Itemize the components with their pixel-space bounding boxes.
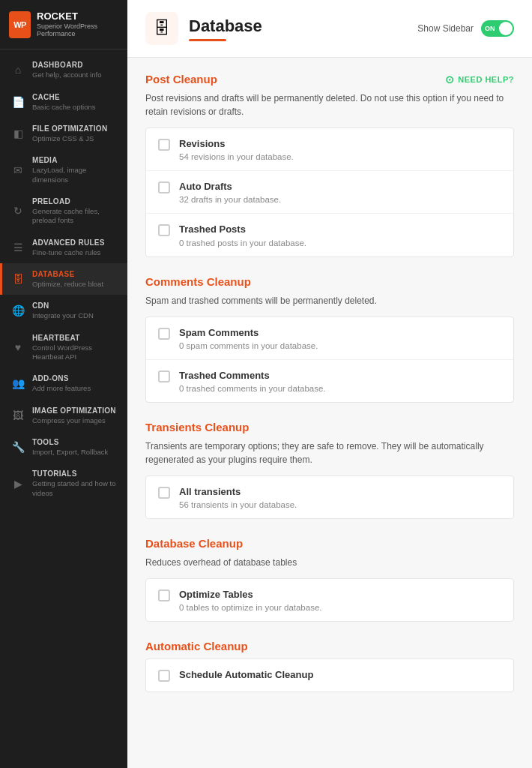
- content-area: Post Cleanup ⊙ NEED HELP? Post revisions…: [127, 58, 532, 725]
- page-title-icon: 🗄: [145, 12, 178, 45]
- option-count: 0 trashed posts in your database.: [179, 238, 306, 248]
- section-database-cleanup: Database Cleanup Reduces overhead of dat…: [145, 537, 514, 622]
- nav-sub-heartbeat: Control WordPress Heartbeat API: [32, 344, 118, 362]
- options-card-automatic-cleanup: Schedule Automatic Cleanup: [145, 658, 514, 692]
- section-header-transients-cleanup: Transients Cleanup: [145, 421, 514, 434]
- sidebar-toggle[interactable]: ON: [481, 20, 514, 37]
- nav-icon-cdn: 🌐: [11, 304, 25, 317]
- section-title-transients-cleanup: Transients Cleanup: [145, 421, 249, 434]
- nav-icon-cache: 📄: [11, 95, 25, 109]
- option-row: Optimize Tables 0 tables to optimize in …: [146, 579, 513, 621]
- sidebar-item-advanced-rules[interactable]: ☰ ADVANCED RULES Fine-tune cache rules: [0, 232, 127, 263]
- sidebar-nav: ⌂ DASHBOARD Get help, account info 📄 CAC…: [0, 50, 127, 768]
- option-label: Optimize Tables: [179, 588, 322, 602]
- nav-sub-file-optimization: Optimize CSS & JS: [32, 134, 118, 143]
- option-checkbox[interactable]: [158, 487, 170, 499]
- nav-title-file-optimization: FILE OPTIMIZATION: [32, 124, 118, 134]
- option-checkbox[interactable]: [158, 590, 170, 602]
- option-checkbox[interactable]: [158, 224, 170, 236]
- section-title-post-cleanup: Post Cleanup: [145, 73, 217, 86]
- options-card-comments-cleanup: Spam Comments 0 spam comments in your da…: [145, 316, 514, 403]
- sidebar-item-heartbeat[interactable]: ♥ HEARTBEAT Control WordPress Heartbeat …: [0, 327, 127, 368]
- nav-title-database: DATABASE: [32, 269, 118, 279]
- sidebar-item-tutorials[interactable]: ▶ TUTORIALS Getting started and how to v…: [0, 463, 127, 504]
- option-count: 54 revisions in your database.: [179, 152, 294, 161]
- section-title-comments-cleanup: Comments Cleanup: [145, 275, 251, 288]
- nav-sub-database: Optimize, reduce bloat: [32, 280, 118, 289]
- page-title-underline: [189, 39, 226, 41]
- sidebar-item-media[interactable]: ✉ MEDIA LazyLoad, image dimensions: [0, 149, 127, 190]
- nav-icon-image-optimization: 🖼: [11, 409, 25, 422]
- nav-sub-tools: Import, Export, Rollback: [32, 448, 118, 457]
- option-checkbox[interactable]: [158, 182, 170, 194]
- show-sidebar-label: Show Sidebar: [417, 23, 474, 34]
- nav-title-advanced-rules: ADVANCED RULES: [32, 238, 118, 248]
- option-row: Spam Comments 0 spam comments in your da…: [146, 317, 513, 360]
- help-label: NEED HELP?: [458, 75, 514, 84]
- logo-icon: WP: [9, 11, 31, 38]
- sidebar-item-image-optimization[interactable]: 🖼 IMAGE OPTIMIZATION Compress your image…: [0, 400, 127, 431]
- sidebar-item-cdn[interactable]: 🌐 CDN Integrate your CDN: [0, 295, 127, 326]
- options-card-post-cleanup: Revisions 54 revisions in your database.…: [145, 128, 514, 257]
- section-post-cleanup: Post Cleanup ⊙ NEED HELP? Post revisions…: [145, 73, 514, 257]
- need-help-button[interactable]: ⊙ NEED HELP?: [445, 74, 514, 86]
- nav-sub-image-optimization: Compress your images: [32, 416, 118, 425]
- section-desc-database-cleanup: Reduces overhead of database tables: [145, 556, 514, 569]
- section-automatic-cleanup: Automatic Cleanup Schedule Automatic Cle…: [145, 640, 514, 692]
- logo-area: WP ROCKET Superior WordPress Performance: [0, 0, 127, 50]
- section-header-automatic-cleanup: Automatic Cleanup: [145, 640, 514, 652]
- sidebar-item-file-optimization[interactable]: ◧ FILE OPTIMIZATION Optimize CSS & JS: [0, 118, 127, 149]
- option-label: Revisions: [179, 137, 294, 151]
- nav-icon-database: 🗄: [11, 272, 25, 286]
- nav-icon-add-ons: 👥: [11, 376, 25, 390]
- options-card-transients-cleanup: All transients 56 transients in your dat…: [145, 476, 514, 519]
- nav-icon-tools: 🔧: [11, 440, 25, 454]
- nav-icon-tutorials: ▶: [11, 477, 25, 490]
- option-row: All transients 56 transients in your dat…: [146, 476, 513, 518]
- nav-sub-tutorials: Getting started and how to videos: [32, 479, 118, 498]
- section-desc-post-cleanup: Post revisions and drafts will be perman…: [145, 92, 514, 118]
- logo-title: ROCKET: [37, 10, 118, 22]
- main-content: 🗄 Database Show Sidebar ON Post Cleanup …: [127, 0, 532, 768]
- sidebar: WP ROCKET Superior WordPress Performance…: [0, 0, 127, 768]
- sidebar-item-dashboard[interactable]: ⌂ DASHBOARD Get help, account info: [0, 54, 127, 86]
- option-checkbox[interactable]: [158, 328, 170, 340]
- nav-icon-media: ✉: [11, 164, 25, 177]
- nav-title-image-optimization: IMAGE OPTIMIZATION: [32, 406, 118, 416]
- option-checkbox[interactable]: [158, 670, 170, 682]
- option-checkbox[interactable]: [158, 370, 170, 382]
- nav-icon-advanced-rules: ☰: [11, 241, 25, 254]
- section-header-comments-cleanup: Comments Cleanup: [145, 275, 514, 288]
- section-desc-comments-cleanup: Spam and trashed comments will be perman…: [145, 294, 514, 308]
- nav-title-add-ons: ADD-ONS: [32, 374, 118, 383]
- option-label: All transients: [179, 485, 297, 499]
- nav-sub-dashboard: Get help, account info: [32, 70, 118, 80]
- page-title: Database: [189, 16, 262, 36]
- nav-title-media: MEDIA: [32, 155, 118, 165]
- option-row: Revisions 54 revisions in your database.: [146, 128, 513, 171]
- section-desc-transients-cleanup: Transients are temporary options; they a…: [145, 440, 514, 466]
- nav-sub-cache: Basic cache options: [32, 103, 118, 112]
- nav-title-tools: TOOLS: [32, 437, 118, 447]
- help-icon: ⊙: [445, 74, 455, 86]
- sidebar-item-cache[interactable]: 📄 CACHE Basic cache options: [0, 86, 127, 118]
- sidebar-item-preload[interactable]: ↻ PRELOAD Generate cache files, preload …: [0, 190, 127, 232]
- section-comments-cleanup: Comments Cleanup Spam and trashed commen…: [145, 275, 514, 403]
- section-header-post-cleanup: Post Cleanup ⊙ NEED HELP?: [145, 73, 514, 86]
- nav-icon-file-optimization: ◧: [11, 127, 25, 140]
- option-label: Schedule Automatic Cleanup: [179, 668, 313, 682]
- option-count: 0 tables to optimize in your database.: [179, 603, 322, 612]
- option-checkbox[interactable]: [158, 139, 170, 151]
- nav-sub-cdn: Integrate your CDN: [32, 311, 118, 320]
- header-right: Show Sidebar ON: [417, 20, 514, 49]
- nav-title-cache: CACHE: [32, 92, 118, 102]
- nav-title-cdn: CDN: [32, 301, 118, 310]
- option-label: Spam Comments: [179, 326, 318, 340]
- option-count: 0 spam comments in your database.: [179, 341, 318, 350]
- sidebar-item-database[interactable]: 🗄 DATABASE Optimize, reduce bloat: [0, 263, 127, 295]
- page-header: 🗄 Database Show Sidebar ON: [127, 0, 532, 58]
- sidebar-item-tools[interactable]: 🔧 TOOLS Import, Export, Rollback: [0, 431, 127, 463]
- option-row: Trashed Posts 0 trashed posts in your da…: [146, 214, 513, 256]
- nav-sub-media: LazyLoad, image dimensions: [32, 166, 118, 184]
- sidebar-item-add-ons[interactable]: 👥 ADD-ONS Add more features: [0, 368, 127, 399]
